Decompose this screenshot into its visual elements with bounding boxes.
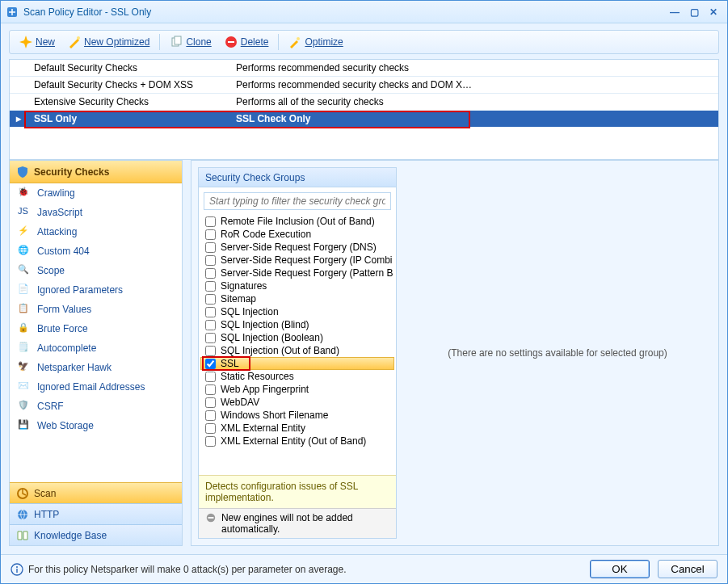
sidebar-item[interactable]: JSJavaScript bbox=[10, 203, 182, 222]
titlebar: Scan Policy Editor - SSL Only — ▢ ✕ bbox=[1, 1, 727, 23]
check-item[interactable]: SQL Injection (Out of Band) bbox=[200, 344, 394, 357]
optimize-button[interactable]: Optimize bbox=[284, 34, 347, 50]
optimize-icon bbox=[288, 36, 301, 48]
separator bbox=[278, 34, 279, 50]
svg-point-6 bbox=[297, 37, 300, 40]
nav-icon: 🔒 bbox=[18, 322, 31, 335]
check-item[interactable]: RoR Code Execution bbox=[200, 228, 394, 241]
sidebar-item[interactable]: 🔒Brute Force bbox=[10, 319, 182, 338]
nav-icon: 🌐 bbox=[18, 245, 31, 258]
check-checkbox[interactable] bbox=[205, 333, 216, 343]
cancel-button[interactable]: Cancel bbox=[658, 560, 717, 578]
check-item[interactable]: Server-Side Request Forgery (DNS) bbox=[200, 241, 394, 254]
sidebar-item[interactable]: 🐞Crawling bbox=[10, 183, 182, 203]
nav-icon: 🛡️ bbox=[18, 400, 31, 413]
check-checkbox[interactable] bbox=[205, 255, 216, 266]
check-item[interactable]: Static Resources bbox=[200, 370, 394, 383]
policy-row[interactable]: Default Security ChecksPerforms recommen… bbox=[10, 60, 718, 77]
sidebar-kb-label: Knowledge Base bbox=[34, 530, 107, 541]
check-checkbox[interactable] bbox=[205, 436, 216, 447]
check-item[interactable]: WebDAV bbox=[200, 396, 394, 409]
sidebar-item[interactable]: 🛡️CSRF bbox=[10, 397, 182, 416]
sidebar-item[interactable]: ⚡Attacking bbox=[10, 222, 182, 242]
check-checkbox[interactable] bbox=[205, 281, 216, 292]
ok-button[interactable]: OK bbox=[590, 560, 650, 578]
sidebar-item-label: Netsparker Hawk bbox=[37, 362, 112, 373]
wand-icon bbox=[68, 36, 81, 48]
sidebar-item[interactable]: 🗒️Autocomplete bbox=[10, 338, 182, 358]
check-checkbox[interactable] bbox=[205, 423, 216, 434]
check-checkbox[interactable] bbox=[205, 229, 216, 240]
check-item[interactable]: Signatures bbox=[200, 279, 394, 292]
policy-row[interactable]: Default Security Checks + DOM XSSPerform… bbox=[10, 77, 718, 94]
sidebar-section-kb[interactable]: Knowledge Base bbox=[10, 524, 182, 545]
sidebar-section-scan[interactable]: Scan bbox=[10, 482, 182, 503]
check-checkbox[interactable] bbox=[205, 346, 216, 356]
check-checkbox[interactable] bbox=[205, 268, 216, 279]
check-checkbox[interactable] bbox=[205, 320, 216, 330]
check-checkbox[interactable] bbox=[205, 384, 216, 395]
close-button[interactable]: ✕ bbox=[705, 5, 722, 19]
check-checkbox[interactable] bbox=[205, 242, 216, 253]
check-item[interactable]: Server-Side Request Forgery (Pattern B bbox=[200, 267, 394, 279]
sidebar-item-label: Ignored Parameters bbox=[37, 284, 123, 296]
policies-table: Default Security ChecksPerforms recommen… bbox=[9, 59, 719, 160]
nav-icon: 🗒️ bbox=[18, 342, 31, 355]
maximize-button[interactable]: ▢ bbox=[685, 5, 703, 19]
clone-button[interactable]: Clone bbox=[165, 34, 216, 50]
check-item[interactable]: XML External Entity bbox=[200, 422, 394, 435]
check-item[interactable]: Windows Short Filename bbox=[200, 409, 394, 422]
sidebar-section-http[interactable]: HTTP bbox=[10, 503, 182, 524]
check-item[interactable]: SQL Injection bbox=[200, 305, 394, 318]
check-item[interactable]: Web App Fingerprint bbox=[200, 383, 394, 396]
new-button[interactable]: New bbox=[15, 34, 60, 50]
status-message: For this policy Netsparker will make 0 a… bbox=[11, 563, 582, 576]
policy-row[interactable]: ▸SSL OnlySSL Check Only bbox=[10, 111, 718, 128]
minimize-button[interactable]: — bbox=[666, 5, 684, 19]
check-item[interactable]: XML External Entity (Out of Band) bbox=[200, 435, 394, 447]
check-checkbox[interactable] bbox=[205, 397, 216, 408]
copy-icon bbox=[170, 36, 183, 48]
sidebar-item[interactable]: 🌐Custom 404 bbox=[10, 242, 182, 261]
right-pane: Security Check Groups Remote File Inclus… bbox=[191, 160, 719, 546]
sidebar-item[interactable]: ✉️Ignored Email Addresses bbox=[10, 377, 182, 397]
sidebar-header-label: Security Checks bbox=[34, 166, 109, 178]
check-checkbox[interactable] bbox=[205, 216, 216, 227]
check-item[interactable]: Remote File Inclusion (Out of Band) bbox=[200, 215, 394, 228]
nav-icon: 🔍 bbox=[18, 264, 31, 277]
delete-icon bbox=[225, 36, 238, 48]
check-item[interactable]: SQL Injection (Boolean) bbox=[200, 331, 394, 344]
sidebar-item[interactable]: 💾Web Storage bbox=[10, 416, 182, 435]
check-item[interactable]: Server-Side Request Forgery (IP Combi bbox=[200, 254, 394, 267]
sidebar-item[interactable]: 📋Form Values bbox=[10, 300, 182, 319]
check-label: Remote File Inclusion (Out of Band) bbox=[221, 216, 375, 227]
check-checkbox[interactable] bbox=[205, 372, 216, 382]
check-item[interactable]: Sitemap bbox=[200, 292, 394, 305]
check-checkbox[interactable] bbox=[205, 307, 216, 317]
checks-list[interactable]: Remote File Inclusion (Out of Band)RoR C… bbox=[199, 215, 396, 475]
check-label: Web App Fingerprint bbox=[221, 384, 309, 395]
globe-icon bbox=[16, 508, 29, 521]
filter-input[interactable] bbox=[204, 192, 391, 210]
window: Scan Policy Editor - SSL Only — ▢ ✕ New … bbox=[0, 0, 728, 584]
sidebar-item[interactable]: 🔍Scope bbox=[10, 261, 182, 280]
check-item[interactable]: SSL bbox=[200, 357, 394, 370]
new-optimized-button[interactable]: New Optimized bbox=[63, 34, 154, 50]
groups-footer-desc: Detects configuration issues of SSL impl… bbox=[199, 475, 396, 508]
check-checkbox[interactable] bbox=[205, 294, 216, 305]
delete-button[interactable]: Delete bbox=[220, 34, 274, 50]
check-checkbox[interactable] bbox=[205, 359, 216, 369]
shield-icon bbox=[16, 166, 29, 179]
sidebar-item[interactable]: 📄Ignored Parameters bbox=[10, 280, 182, 300]
check-checkbox[interactable] bbox=[205, 410, 216, 421]
check-label: Windows Short Filename bbox=[221, 410, 328, 421]
nav-icon: ✉️ bbox=[18, 380, 31, 393]
statusbar: For this policy Netsparker will make 0 a… bbox=[1, 554, 727, 583]
check-label: Signatures bbox=[221, 280, 267, 292]
check-item[interactable]: SQL Injection (Blind) bbox=[200, 318, 394, 331]
policy-row[interactable]: Extensive Security ChecksPerforms all of… bbox=[10, 94, 718, 111]
sidebar-item-label: Brute Force bbox=[37, 323, 88, 334]
sidebar-item[interactable]: 🦅Netsparker Hawk bbox=[10, 358, 182, 377]
sidebar-header-security-checks[interactable]: Security Checks bbox=[10, 161, 182, 183]
check-label: Sitemap bbox=[221, 293, 256, 305]
